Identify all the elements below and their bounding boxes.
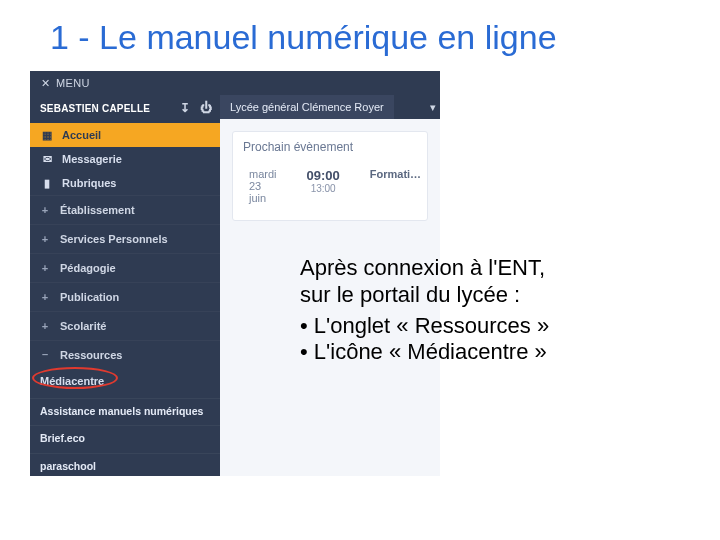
sidebar-section-etablissement[interactable]: + Établissement — [30, 195, 220, 224]
tab-lycee[interactable]: Lycée général Clémence Royer — [220, 95, 395, 119]
event-date: mardi 23 juin — [249, 168, 277, 204]
power-icon[interactable]: ⏻ — [200, 101, 212, 115]
instruction-bullet: L'icône « Médiacentre » — [300, 339, 695, 366]
close-icon[interactable]: ✕ — [38, 77, 52, 90]
sidebar-item-label: Messagerie — [62, 153, 122, 165]
sidebar-bottom-brief[interactable]: Brief.eco — [30, 425, 220, 448]
sidebar-section-label: Pédagogie — [60, 262, 116, 274]
menu-header: ✕ MENU — [30, 71, 440, 95]
sidebar-section-label: Services Personnels — [60, 233, 168, 245]
mail-icon: ✉ — [40, 152, 54, 166]
sidebar-bottom-paraschool[interactable]: paraschool — [30, 453, 220, 476]
sidebar-item-label: Accueil — [62, 129, 101, 141]
sidebar-item-rubriques[interactable]: ▮ Rubriques — [30, 171, 220, 195]
tab-label: Lycée général Clémence Royer — [230, 101, 384, 113]
slide-title: 1 - Le manuel numérique en ligne — [0, 0, 720, 71]
logout-icon[interactable]: ↧ — [180, 101, 190, 115]
sidebar-section-ressources[interactable]: – Ressources — [30, 340, 220, 369]
sidebar-sub-mediacentre[interactable]: Médiacentre — [30, 369, 220, 393]
instruction-bullet: L'onglet « Ressources » — [300, 313, 695, 340]
event-label: Formati… — [370, 168, 421, 180]
event-row: mardi 23 juin 09:00 13:00 Formati… — [243, 164, 417, 204]
user-row: SEBASTIEN CAPELLE ↧ ⏻ — [30, 95, 220, 123]
instruction-text: Après connexion à l'ENT, sur le portail … — [300, 255, 695, 366]
chevron-down-icon[interactable]: ▾ — [430, 101, 436, 114]
sidebar-item-label: Rubriques — [62, 177, 116, 189]
sidebar-sub-label: Médiacentre — [40, 375, 104, 387]
sidebar-bottom-assistance[interactable]: Assistance manuels numériques — [30, 398, 220, 421]
tab-bar: Lycée général Clémence Royer ▾ — [220, 95, 440, 119]
minus-icon: – — [40, 348, 50, 360]
plus-icon: + — [40, 320, 50, 332]
sidebar: SEBASTIEN CAPELLE ↧ ⏻ ▦ Accueil ✉ Messag… — [30, 95, 220, 476]
event-time-start: 09:00 — [307, 168, 340, 183]
plus-icon: + — [40, 233, 50, 245]
event-panel: Prochain évènement mardi 23 juin 09:00 1… — [232, 131, 428, 221]
sidebar-item-accueil[interactable]: ▦ Accueil — [30, 123, 220, 147]
plus-icon: + — [40, 204, 50, 216]
sidebar-section-label: Ressources — [60, 349, 122, 361]
user-name: SEBASTIEN CAPELLE — [40, 103, 150, 114]
sidebar-section-scolarite[interactable]: + Scolarité — [30, 311, 220, 340]
instruction-line: Après connexion à l'ENT, — [300, 255, 695, 282]
sidebar-section-label: Scolarité — [60, 320, 106, 332]
menu-label: MENU — [52, 77, 90, 89]
plus-icon: + — [40, 262, 50, 274]
sidebar-section-label: Établissement — [60, 204, 135, 216]
sidebar-section-services[interactable]: + Services Personnels — [30, 224, 220, 253]
sidebar-section-label: Publication — [60, 291, 119, 303]
sidebar-item-messagerie[interactable]: ✉ Messagerie — [30, 147, 220, 171]
plus-icon: + — [40, 291, 50, 303]
bookmark-icon: ▮ — [40, 176, 54, 190]
sidebar-section-publication[interactable]: + Publication — [30, 282, 220, 311]
event-time-end: 13:00 — [307, 183, 340, 194]
panel-title: Prochain évènement — [243, 140, 417, 154]
grid-icon: ▦ — [40, 128, 54, 142]
sidebar-section-pedagogie[interactable]: + Pédagogie — [30, 253, 220, 282]
instruction-line: sur le portail du lycée : — [300, 282, 695, 309]
event-time: 09:00 13:00 — [307, 168, 340, 194]
